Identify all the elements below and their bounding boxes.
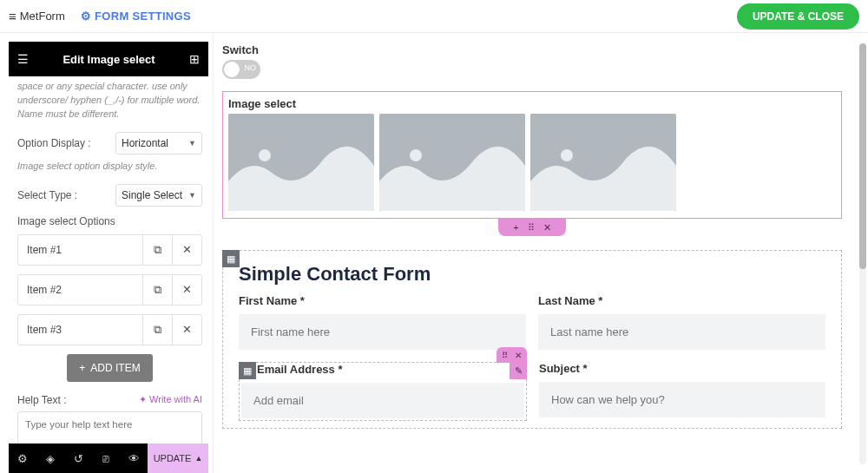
placeholder-icon	[379, 114, 525, 211]
grid-icon[interactable]: ⊞	[189, 52, 200, 66]
email-col[interactable]: ▦ ⠿ ✕ ✎ Email Address *	[239, 362, 527, 421]
image-select-title: Image select	[228, 97, 836, 110]
placeholder-icon	[228, 114, 374, 211]
topbar-left: ≡ MetForm ⚙ FORM SETTINGS	[9, 9, 191, 23]
close-icon[interactable]: ✕	[515, 351, 522, 360]
subject-label: Subject *	[539, 362, 825, 375]
options-label: Image select Options	[17, 215, 202, 227]
image-select-widget[interactable]: Image select	[222, 91, 842, 219]
gear-icon: ⚙	[81, 10, 91, 23]
panel-scroll[interactable]: space or any special character. use only…	[0, 76, 213, 473]
option-item-label: Item #3	[18, 324, 142, 336]
drag-icon[interactable]: ⠿	[528, 222, 535, 233]
first-name-input[interactable]	[239, 314, 526, 350]
close-icon[interactable]: ✕	[172, 315, 201, 345]
help-text-row: Help Text : ✦ Write with AI	[17, 394, 202, 406]
select-type-value: Single Select	[122, 189, 182, 201]
option-display-select[interactable]: Horizontal ▼	[115, 132, 202, 154]
option-display-row: Option Display : Horizontal ▼	[17, 132, 202, 154]
panel-footer: ⚙ ◈ ↺ ⎚ 👁 UPDATE ▲	[9, 443, 208, 473]
subject-col[interactable]: Subject *	[539, 362, 825, 421]
widget-handles: + ⠿ ✕	[498, 219, 566, 236]
column-handle-icon[interactable]: ▦	[239, 362, 256, 379]
email-label: Email Address *	[241, 363, 524, 376]
menu-icon[interactable]: ☰	[17, 52, 29, 66]
subject-input[interactable]	[539, 382, 825, 417]
history-icon[interactable]: ↺	[64, 452, 92, 465]
image-options	[228, 114, 836, 211]
svg-point-5	[561, 149, 573, 161]
brand[interactable]: ≡ MetForm	[9, 9, 65, 23]
brand-label: MetForm	[20, 10, 65, 23]
write-with-ai-button[interactable]: ✦ Write with AI	[139, 394, 202, 405]
select-type-label: Select Type :	[17, 189, 77, 201]
copy-icon[interactable]: ⧉	[142, 235, 172, 265]
switch-widget-label: Switch	[222, 43, 842, 56]
close-icon[interactable]: ✕	[543, 222, 551, 233]
drag-icon[interactable]: ⠿	[502, 351, 508, 360]
chevron-down-icon: ▼	[188, 191, 196, 200]
settings-icon[interactable]: ⚙	[9, 452, 36, 465]
update-close-button[interactable]: UPDATE & CLOSE	[737, 3, 859, 30]
option-item-label: Item #2	[18, 284, 142, 296]
section-handle-icon[interactable]: ▦	[222, 250, 240, 267]
section-title: Simple Contact Form	[230, 251, 834, 294]
select-type-select[interactable]: Single Select ▼	[115, 184, 202, 207]
panel-title: Edit Image select	[62, 53, 155, 66]
name-help-text: space or any special character. use only…	[17, 80, 202, 122]
responsive-icon[interactable]: ⎚	[92, 452, 120, 465]
option-item[interactable]: Item #1 ⧉ ✕	[17, 234, 202, 266]
option-item[interactable]: Item #3 ⧉ ✕	[17, 314, 202, 345]
toggle-state: NO	[245, 63, 257, 72]
update-label: UPDATE	[154, 453, 192, 463]
editor-canvas: Switch NO Image select + ⠿ ✕ ▦ Simple Co…	[214, 33, 851, 473]
help-text-label: Help Text :	[17, 394, 66, 406]
option-item-label: Item #1	[18, 244, 142, 256]
chevron-up-icon: ▲	[194, 454, 202, 463]
scrollbar-thumb[interactable]	[859, 43, 866, 269]
placeholder-icon	[530, 114, 676, 211]
add-item-label: ADD ITEM	[90, 362, 140, 374]
canvas-scrollbar[interactable]	[859, 43, 866, 464]
form-row: First Name * Last Name *	[230, 294, 834, 350]
preview-icon[interactable]: 👁	[120, 452, 148, 465]
switch-toggle[interactable]: NO	[222, 60, 260, 79]
option-display-help: Image select option display style.	[17, 160, 202, 174]
copy-icon[interactable]: ⧉	[142, 275, 172, 305]
add-icon[interactable]: +	[513, 222, 518, 233]
option-display-value: Horizontal	[122, 137, 168, 149]
form-settings-label: FORM SETTINGS	[95, 10, 191, 23]
option-item[interactable]: Item #2 ⧉ ✕	[17, 274, 202, 305]
update-button[interactable]: UPDATE ▲	[148, 443, 208, 473]
last-name-input[interactable]	[538, 314, 825, 350]
image-option[interactable]	[530, 114, 676, 211]
svg-point-1	[259, 149, 271, 161]
last-name-label: Last Name *	[538, 294, 825, 307]
panel-header: ☰ Edit Image select ⊞	[9, 42, 208, 76]
email-input[interactable]	[241, 383, 524, 418]
elementor-icon: ≡	[9, 9, 16, 23]
form-settings-button[interactable]: ⚙ FORM SETTINGS	[81, 10, 191, 23]
plus-icon: +	[79, 362, 85, 374]
settings-panel: ☰ Edit Image select ⊞ space or any speci…	[0, 33, 214, 473]
edit-icon[interactable]: ✎	[510, 362, 527, 379]
copy-icon[interactable]: ⧉	[142, 315, 172, 345]
top-bar: ≡ MetForm ⚙ FORM SETTINGS UPDATE & CLOSE	[0, 0, 868, 33]
image-option[interactable]	[228, 114, 374, 211]
contact-form-section[interactable]: ▦ Simple Contact Form First Name * Last …	[222, 250, 842, 429]
chevron-down-icon: ▼	[188, 139, 196, 148]
image-option[interactable]	[379, 114, 525, 211]
close-icon[interactable]: ✕	[172, 275, 201, 305]
option-display-label: Option Display :	[17, 137, 91, 149]
add-item-button[interactable]: + ADD ITEM	[67, 354, 152, 382]
select-type-row: Select Type : Single Select ▼	[17, 184, 202, 207]
svg-point-3	[410, 149, 422, 161]
close-icon[interactable]: ✕	[172, 235, 201, 265]
navigator-icon[interactable]: ◈	[36, 452, 64, 465]
first-name-label: First Name *	[239, 294, 526, 307]
first-name-col[interactable]: First Name *	[239, 294, 526, 350]
last-name-col[interactable]: Last Name *	[538, 294, 825, 350]
column-handles: ⠿ ✕	[496, 347, 527, 363]
form-row: ▦ ⠿ ✕ ✎ Email Address * Subject *	[230, 362, 834, 421]
